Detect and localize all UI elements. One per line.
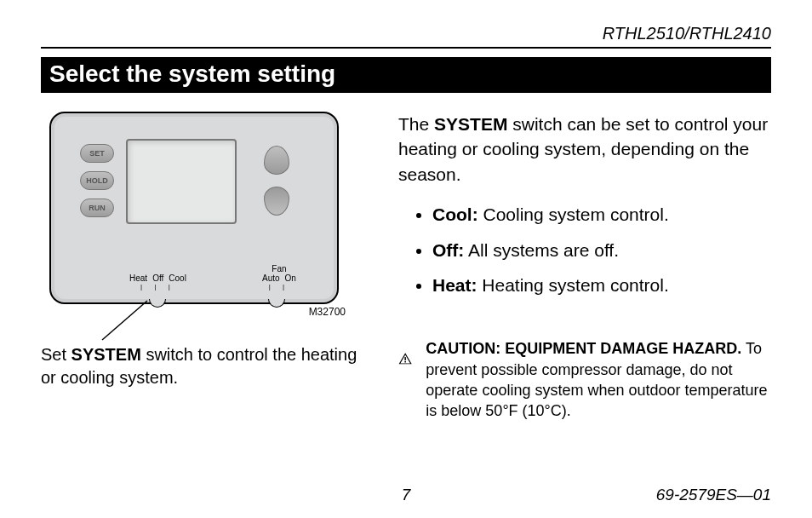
page-title: Select the system setting xyxy=(41,57,771,93)
option-off-label: Off: xyxy=(432,240,464,260)
left-button-column: SET HOLD RUN xyxy=(80,144,114,217)
option-off: Off: All systems are off. xyxy=(432,238,771,262)
option-off-desc: All systems are off. xyxy=(464,240,619,260)
system-heat-label: Heat xyxy=(129,273,147,283)
set-button: SET xyxy=(80,144,114,163)
fan-switch-ticks: | | xyxy=(262,283,296,291)
thermostat-body: SET HOLD RUN Heat Off Cool | | | Fan xyxy=(49,112,339,304)
page-number: 7 xyxy=(402,486,411,504)
options-list: Cool: Cooling system control. Off: All s… xyxy=(398,202,771,297)
fan-title-label: Fan xyxy=(262,264,296,273)
left-column: SET HOLD RUN Heat Off Cool | | | Fan xyxy=(41,112,364,422)
system-switch-labels: Heat Off Cool | | | xyxy=(129,273,186,291)
content-area: SET HOLD RUN Heat Off Cool | | | Fan xyxy=(41,112,771,422)
diagram-id: M32700 xyxy=(309,306,346,318)
intro-bold: SYSTEM xyxy=(434,114,507,134)
hold-button: HOLD xyxy=(80,171,114,190)
caption-bold: SYSTEM xyxy=(71,345,141,364)
svg-rect-1 xyxy=(404,357,406,360)
document-id: 69-2579ES—01 xyxy=(656,486,771,504)
svg-line-0 xyxy=(102,301,147,340)
callout-line xyxy=(100,299,160,342)
caption-prefix: Set xyxy=(41,345,71,364)
option-cool-label: Cool: xyxy=(432,204,478,224)
warning-icon xyxy=(398,338,412,379)
option-heat: Heat: Heating system control. xyxy=(432,273,771,297)
intro-prefix: The xyxy=(398,114,434,134)
up-arrow-button xyxy=(264,146,289,175)
header-divider xyxy=(41,47,771,49)
caution-box: CAUTION: EQUIPMENT DAMAGE HAZARD. To pre… xyxy=(398,338,771,421)
down-arrow-button xyxy=(264,187,289,216)
intro-paragraph: The SYSTEM switch can be set to control … xyxy=(398,112,771,187)
option-heat-desc: Heating system control. xyxy=(477,275,669,295)
system-cool-label: Cool xyxy=(169,273,186,283)
caution-text: CAUTION: EQUIPMENT DAMAGE HAZARD. To pre… xyxy=(426,338,771,421)
run-button: RUN xyxy=(80,199,114,217)
fan-on-label: On xyxy=(285,273,296,283)
system-switch-ticks: | | | xyxy=(129,283,186,291)
lcd-screen xyxy=(126,139,237,224)
fan-switch-knob xyxy=(268,299,285,308)
fan-auto-label: Auto xyxy=(262,273,280,283)
option-cool: Cool: Cooling system control. xyxy=(432,202,771,227)
caution-title: CAUTION: EQUIPMENT DAMAGE HAZARD. xyxy=(426,340,741,357)
system-off-label: Off xyxy=(152,273,163,283)
option-heat-label: Heat: xyxy=(432,275,477,295)
diagram-caption: Set SYSTEM switch to control the heating… xyxy=(41,343,364,389)
model-header: RTHL2510/RTHL2410 xyxy=(41,24,771,43)
right-column: The SYSTEM switch can be set to control … xyxy=(398,112,771,422)
footer: 7 69-2579ES—01 xyxy=(41,486,771,504)
fan-switch-labels: Fan Auto On | | xyxy=(262,264,296,291)
svg-point-2 xyxy=(404,361,406,363)
option-cool-desc: Cooling system control. xyxy=(478,204,669,224)
thermostat-diagram: SET HOLD RUN Heat Off Cool | | | Fan xyxy=(41,112,347,304)
